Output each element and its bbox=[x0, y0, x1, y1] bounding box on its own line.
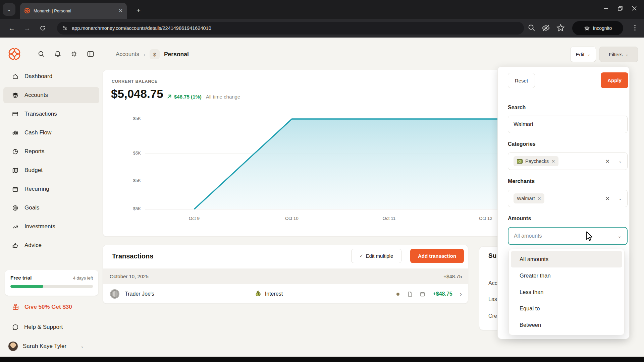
sidebar-item-transactions[interactable]: Transactions bbox=[3, 106, 99, 122]
sidebar-item-dashboard[interactable]: Dashboard bbox=[3, 68, 99, 84]
change-caption: All time change bbox=[206, 94, 240, 100]
search-icon[interactable] bbox=[38, 50, 45, 58]
amounts-value: All amounts bbox=[514, 233, 542, 239]
option-less-than[interactable]: Less than bbox=[511, 284, 622, 300]
user-menu[interactable]: Sarah Kaye Tyler ⌄ bbox=[8, 341, 84, 351]
chip-label: Paychecks bbox=[525, 159, 549, 164]
tab-close-icon[interactable]: ✕ bbox=[118, 8, 123, 14]
sidebar-item-recurring[interactable]: Recurring bbox=[3, 181, 99, 197]
merchant-name[interactable]: Trader Joe's bbox=[125, 291, 154, 297]
filters-button[interactable]: Filters⌄ bbox=[599, 47, 638, 62]
tab-search-button[interactable]: ⌄ bbox=[3, 3, 15, 16]
add-transaction-button[interactable]: Add transaction bbox=[410, 249, 464, 263]
remove-chip-icon[interactable]: ✕ bbox=[551, 159, 555, 164]
amounts-label: Amounts bbox=[508, 216, 531, 222]
trend-up-icon bbox=[12, 224, 18, 230]
reload-button[interactable] bbox=[37, 23, 48, 34]
categories-input[interactable]: Paychecks ✕ ✕ ⌄ bbox=[508, 153, 628, 170]
chevron-right-icon: › bbox=[144, 52, 145, 57]
sidebar-item-investments[interactable]: Investments bbox=[3, 219, 99, 235]
merchants-input[interactable]: Walmart ✕ ✕ ⌄ bbox=[508, 190, 628, 207]
new-tab-button[interactable]: + bbox=[133, 5, 144, 15]
sidebar-item-goals[interactable]: Goals bbox=[3, 200, 99, 216]
gift-icon bbox=[12, 303, 19, 310]
site-settings-icon[interactable] bbox=[62, 25, 68, 31]
nav-label: Recurring bbox=[24, 186, 49, 192]
avatar bbox=[8, 341, 18, 351]
browser-tab[interactable]: Monarch | Personal ✕ bbox=[20, 3, 127, 19]
layers-icon bbox=[12, 92, 18, 99]
calendar-icon bbox=[12, 186, 18, 192]
current-balance-amount: $5,048.75 bbox=[111, 87, 163, 101]
settings-gear-icon[interactable] bbox=[70, 50, 78, 58]
edit-label: Edit bbox=[576, 52, 585, 57]
nav-label: Transactions bbox=[24, 111, 57, 117]
forward-button[interactable]: → bbox=[21, 23, 33, 34]
referral-link[interactable]: Give 50% Get $30 bbox=[12, 303, 72, 310]
option-equal-to[interactable]: Equal to bbox=[511, 300, 622, 317]
reset-button[interactable]: Reset bbox=[508, 73, 535, 88]
credit-card-icon bbox=[12, 111, 18, 117]
sidebar-item-budget[interactable]: Budget bbox=[3, 162, 99, 178]
nav-label: Advice bbox=[24, 242, 42, 249]
clear-categories-icon[interactable]: ✕ bbox=[605, 158, 610, 165]
sidebar-item-cash-flow[interactable]: Cash Flow bbox=[3, 125, 99, 141]
browser-menu-button[interactable] bbox=[631, 24, 639, 33]
back-button[interactable]: ← bbox=[6, 23, 17, 34]
option-greater-than[interactable]: Greater than bbox=[511, 267, 622, 284]
chevron-down-icon: ⌄ bbox=[80, 344, 84, 349]
chevron-down-icon[interactable]: ⌄ bbox=[619, 196, 622, 201]
merchant-chip[interactable]: Walmart ✕ bbox=[514, 193, 544, 203]
monarch-logo[interactable] bbox=[7, 47, 21, 61]
reset-label: Reset bbox=[515, 78, 528, 83]
amounts-select[interactable]: All amounts ⌄ bbox=[508, 227, 628, 245]
nav-label: Dashboard bbox=[24, 73, 52, 80]
chat-bubble-icon bbox=[12, 324, 19, 330]
sidebar-quick-actions bbox=[38, 50, 94, 58]
chevron-down-icon[interactable]: ⌄ bbox=[619, 159, 622, 164]
edit-multiple-button[interactable]: ✓ Edit multiple bbox=[351, 249, 401, 263]
minimize-button[interactable] bbox=[604, 6, 608, 11]
pie-chart-icon bbox=[12, 148, 18, 155]
chevron-right-icon[interactable]: › bbox=[460, 290, 462, 298]
sidebar-item-accounts[interactable]: Accounts bbox=[3, 87, 99, 103]
notifications-bell-icon[interactable] bbox=[54, 50, 61, 58]
edit-button[interactable]: Edit⌄ bbox=[570, 47, 596, 62]
url-bar[interactable]: app.monarchmoney.com/accounts/details/22… bbox=[57, 22, 524, 35]
calendar-small-icon[interactable] bbox=[420, 291, 425, 297]
option-between[interactable]: Between bbox=[511, 317, 622, 333]
check-icon: ✓ bbox=[360, 253, 363, 258]
password-hidden-button[interactable] bbox=[541, 23, 550, 34]
monarch-favicon bbox=[24, 8, 30, 14]
clear-merchants-icon[interactable]: ✕ bbox=[605, 195, 610, 202]
sidebar-toggle-icon[interactable] bbox=[87, 50, 94, 58]
apply-button[interactable]: Apply bbox=[601, 72, 628, 88]
sidebar-item-advice[interactable]: Advice bbox=[3, 237, 99, 253]
sidebar-item-reports[interactable]: Reports bbox=[3, 143, 99, 160]
category-name[interactable]: Interest bbox=[265, 291, 283, 297]
category-chip[interactable]: Paychecks ✕ bbox=[514, 156, 558, 166]
bookmark-button[interactable] bbox=[556, 23, 565, 34]
window-controls bbox=[604, 0, 644, 17]
categories-label: Categories bbox=[508, 141, 536, 147]
restore-button[interactable] bbox=[618, 6, 623, 11]
chip-label: Walmart bbox=[517, 196, 535, 201]
close-button[interactable] bbox=[632, 6, 637, 11]
x-axis-tick: Oct 11 bbox=[377, 216, 401, 221]
transaction-row[interactable]: Trader Joe's Interest +$48.75 › bbox=[103, 284, 468, 304]
edit-multiple-label: Edit multiple bbox=[366, 253, 393, 259]
zoom-page-button[interactable] bbox=[527, 23, 536, 34]
search-input[interactable]: Walmart bbox=[508, 116, 628, 133]
search-value: Walmart bbox=[514, 121, 533, 127]
eye-off-icon bbox=[541, 23, 550, 33]
free-trial-card: Free trial 4 days left bbox=[5, 270, 98, 296]
trial-title: Free trial bbox=[10, 275, 32, 281]
note-document-icon[interactable] bbox=[407, 291, 413, 297]
help-support-link[interactable]: Help & Support bbox=[12, 324, 63, 330]
change-amount: $48.75 (1%) bbox=[174, 94, 202, 100]
remove-chip-icon[interactable]: ✕ bbox=[537, 196, 541, 201]
breadcrumb-accounts[interactable]: Accounts bbox=[116, 51, 139, 58]
chevron-down-icon: ⌄ bbox=[625, 52, 629, 57]
url-text[interactable]: app.monarchmoney.com/accounts/details/22… bbox=[72, 25, 211, 31]
option-all-amounts[interactable]: All amounts bbox=[511, 251, 622, 267]
